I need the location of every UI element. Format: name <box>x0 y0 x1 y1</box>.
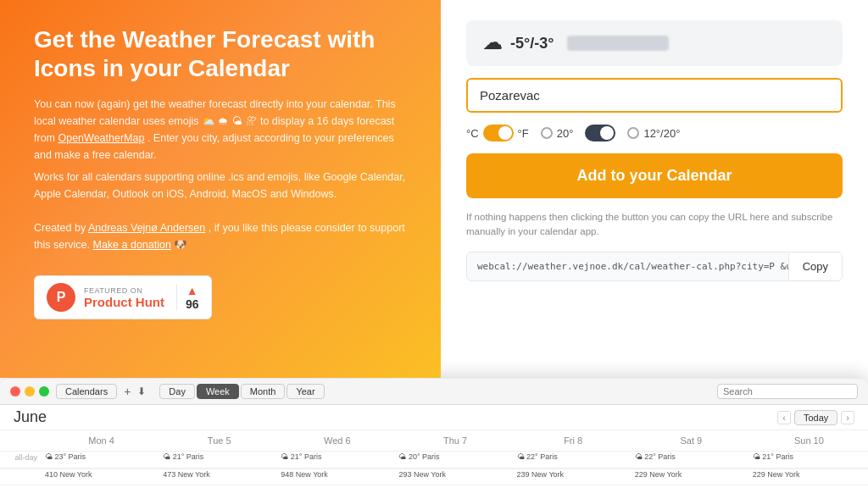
cal-view-week[interactable]: Week <box>197 384 239 399</box>
celsius-toggle-knob <box>498 126 512 140</box>
temp-range-toggle-group <box>585 125 615 141</box>
description-para-2: Works for all calendars supporting onlin… <box>34 169 407 202</box>
allday-label: all-day <box>0 452 42 468</box>
copy-button[interactable]: Copy <box>788 253 842 280</box>
cal-prev-arrow[interactable]: ‹ <box>777 411 791 424</box>
cal-day-tue: Tue 5 <box>160 434 278 447</box>
ph-arrow-icon: ▲ <box>186 284 198 297</box>
cal-event-sat[interactable]: 🌤 22° Paris <box>632 452 750 468</box>
cal-day-sun: Sun 10 <box>750 434 868 447</box>
add-calendar-button[interactable]: Add to your Calendar <box>466 153 843 198</box>
traffic-light-yellow[interactable] <box>25 386 35 396</box>
cal-event-fri[interactable]: 🌤 22° Paris <box>515 452 632 468</box>
traffic-light-green[interactable] <box>39 386 49 396</box>
traffic-light-red[interactable] <box>10 386 20 396</box>
ph-featured-label: FEATURED ON <box>84 286 164 295</box>
celsius-toggle-group: °C °F <box>466 125 529 141</box>
radio-group-12-20: 12°/20° <box>627 127 680 140</box>
cal-day-wed: Wed 6 <box>278 434 396 447</box>
main-title: Get the Weather Forecast with Icons in y… <box>34 25 407 82</box>
city-input[interactable] <box>466 78 843 113</box>
calendar-view-buttons: Day Week Month Year <box>159 384 324 399</box>
info-text: If nothing happens then clicking the but… <box>466 210 843 240</box>
radio-20-circle[interactable] <box>541 127 553 139</box>
weather-cloud-icon: ☁ <box>483 32 502 54</box>
ph-text-group: FEATURED ON Product Hunt <box>84 286 164 309</box>
calendar-allday-row: all-day 🌤 23° Paris 🌤 21° Paris 🌤 21° Pa… <box>0 452 868 469</box>
celsius-label: °C <box>466 127 479 140</box>
cal-event-tue[interactable]: 🌤 21° Paris <box>160 452 278 468</box>
radio-20-label: 20° <box>557 127 574 140</box>
donation-icon: 🐶 <box>174 239 187 251</box>
temp-range-knob <box>600 126 614 140</box>
url-copy-row: webcal://weather.vejnoe.dk/cal/weather-c… <box>466 252 843 281</box>
calendar-row2: 410 New York 473 New York 948 New York 2… <box>0 469 868 485</box>
ph-count-group: ▲ 96 <box>176 284 199 311</box>
calendars-button[interactable]: Calendars <box>56 384 117 399</box>
cal-view-month[interactable]: Month <box>241 384 286 399</box>
weather-display-bar: ☁ -5°/-3° <box>466 20 843 66</box>
cal-add-icon[interactable]: + <box>124 385 131 398</box>
cal-search-group <box>717 384 858 399</box>
cal-day-sat: Sat 9 <box>632 434 750 447</box>
cal-download-icon[interactable]: ⬇ <box>137 385 146 397</box>
celsius-toggle[interactable] <box>483 125 514 141</box>
cal-event-row2-tue[interactable]: 473 New York <box>160 469 278 485</box>
cal-event-row2-fri[interactable]: 239 New York <box>515 469 632 485</box>
calendar-search-input[interactable] <box>717 384 858 399</box>
radio-12-20-label: 12°/20° <box>643 127 680 140</box>
creator-para: Created by Andreas Vejnø Andersen , if y… <box>34 219 407 253</box>
calendar-days-header: Mon 4 Tue 5 Wed 6 Thu 7 Fri 8 Sat 9 Sun … <box>0 430 868 452</box>
right-panel: ☁ -5°/-3° °C °F 20° <box>441 0 868 378</box>
units-toggle-row: °C °F 20° 12°/20° <box>466 125 843 141</box>
cal-view-year[interactable]: Year <box>287 384 324 399</box>
calendar-toolbar: Calendars + ⬇ Day Week Month Year <box>0 379 868 405</box>
calendar-section: Calendars + ⬇ Day Week Month Year June ‹… <box>0 378 868 488</box>
fahrenheit-label: °F <box>518 127 529 140</box>
donation-link[interactable]: Make a donation <box>92 239 170 251</box>
description-para-1: You can now (again) get the weather fore… <box>34 96 407 164</box>
radio-group-20: 20° <box>541 127 574 140</box>
weather-blurred-text <box>567 36 669 51</box>
weather-temp: -5°/-3° <box>510 35 554 53</box>
left-panel: Get the Weather Forecast with Icons in y… <box>0 0 441 378</box>
cal-today-button[interactable]: Today <box>794 410 837 425</box>
row2-label <box>0 469 42 485</box>
radio-12-20-circle[interactable] <box>627 127 639 139</box>
ph-icon: P <box>47 283 75 312</box>
ph-name-label: Product Hunt <box>84 295 164 309</box>
calendar-month-header: June ‹ Today › <box>0 405 868 430</box>
cal-event-row2-sat[interactable]: 229 New York <box>632 469 750 485</box>
cal-event-mon[interactable]: 🌤 23° Paris <box>42 452 160 468</box>
cal-next-arrow[interactable]: › <box>841 411 854 424</box>
cal-day-mon: Mon 4 <box>42 434 160 447</box>
cal-day-thu: Thu 7 <box>396 434 514 447</box>
cal-event-row2-thu[interactable]: 293 New York <box>396 469 514 485</box>
traffic-lights <box>10 386 49 396</box>
cal-event-thu[interactable]: 🌤 20° Paris <box>396 452 514 468</box>
cal-view-day[interactable]: Day <box>159 384 195 399</box>
temp-range-toggle[interactable] <box>585 125 615 141</box>
creator-text: Created by <box>34 222 86 234</box>
cal-event-sun[interactable]: 🌤 21° Paris <box>750 452 868 468</box>
cal-event-wed[interactable]: 🌤 21° Paris <box>278 452 396 468</box>
url-text: webcal://weather.vejnoe.dk/cal/weather-c… <box>467 252 788 280</box>
ph-number: 96 <box>186 297 199 311</box>
cal-event-row2-sun[interactable]: 229 New York <box>750 469 868 485</box>
product-hunt-badge[interactable]: P FEATURED ON Product Hunt ▲ 96 <box>34 275 212 319</box>
owm-link[interactable]: OpenWeatherMap <box>58 132 144 144</box>
cal-event-row2-mon[interactable]: 410 New York <box>42 469 160 485</box>
calendar-nav: ‹ Today › <box>777 410 854 425</box>
cal-event-row2-wed[interactable]: 948 New York <box>278 469 396 485</box>
calendar-month-title: June <box>14 408 47 426</box>
cal-time-col-header <box>0 434 42 447</box>
creator-link[interactable]: Andreas Vejnø Andersen <box>88 222 205 234</box>
cal-day-fri: Fri 8 <box>515 434 632 447</box>
